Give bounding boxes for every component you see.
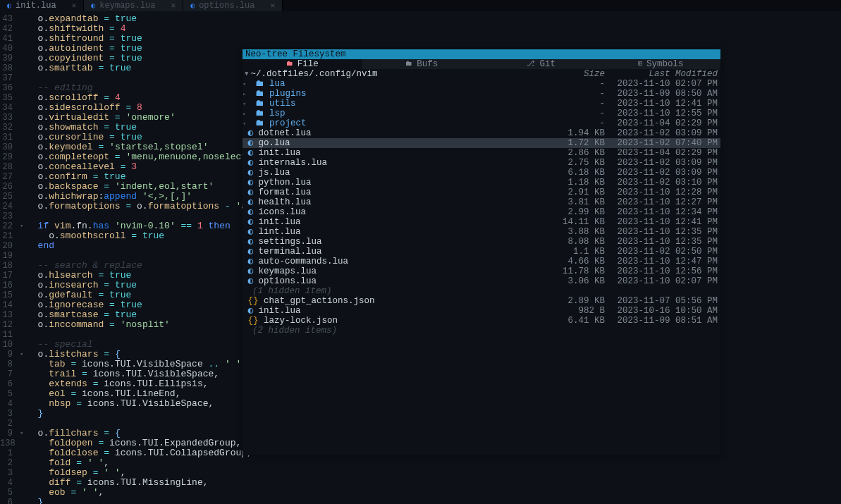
fold-marker[interactable] — [20, 399, 27, 409]
fold-marker[interactable] — [20, 73, 27, 83]
tree-item[interactable]: ◐ keymaps.lua11.78 KB2023-11-10 12:56 PM — [243, 266, 720, 276]
code-line[interactable]: 42 o.shiftwidth = 4 — [0, 24, 841, 34]
tree-item[interactable]: ▸ 🖿 plugins-2023-11-09 08:50 AM — [243, 89, 720, 99]
fold-marker[interactable] — [20, 389, 27, 399]
tree-item[interactable]: ◐ js.lua6.18 KB2023-11-02 03:09 PM — [243, 168, 720, 178]
fold-marker[interactable] — [20, 419, 27, 429]
fold-marker[interactable] — [20, 340, 27, 350]
fold-marker[interactable] — [20, 241, 27, 251]
fold-marker[interactable] — [20, 310, 27, 320]
tree-item[interactable]: ▾ 🖿 utils-2023-11-10 12:41 PM — [243, 99, 720, 109]
fold-marker[interactable] — [20, 458, 27, 468]
code-line[interactable]: 4 diff = icons.TUI.MissingLine, — [0, 478, 841, 488]
fold-marker[interactable] — [20, 142, 27, 152]
fold-marker[interactable] — [20, 300, 27, 310]
code-line[interactable]: 2 fold = ' ', — [0, 458, 841, 468]
neo-tree-body[interactable]: ▾ 🖿 lua-2023-11-10 02:07 PM ▸ 🖿 plugins-… — [243, 79, 720, 336]
tree-item[interactable]: ◐ format.lua2.91 KB2023-11-10 12:28 PM — [243, 188, 720, 197]
tree-item[interactable]: ▾ 🖿 lua-2023-11-10 02:07 PM — [243, 79, 720, 89]
tree-item[interactable]: ◐ dotnet.lua1.94 KB2023-11-02 03:09 PM — [243, 128, 720, 138]
line-number: 34 — [0, 103, 20, 113]
close-icon[interactable]: ✕ — [270, 1, 275, 11]
tab-options-lua[interactable]: ◐options.lua✕ — [183, 0, 283, 11]
code-line[interactable]: 43 o.expandtab = true — [0, 14, 841, 24]
tab-keymaps-lua[interactable]: ◐keymaps.lua✕ — [84, 0, 183, 11]
tree-item[interactable]: ◐ init.lua2.86 KB2023-11-04 02:29 PM — [243, 148, 720, 158]
tree-item[interactable]: ▾ 🖿 project-2023-11-04 02:29 PM — [243, 118, 720, 128]
tree-item[interactable]: ◐ health.lua3.81 KB2023-11-10 12:27 PM — [243, 197, 720, 207]
tree-item[interactable]: ◐ init.lua982 B2023-10-16 10:50 AM — [243, 306, 720, 316]
fold-marker[interactable]: ▾ — [20, 221, 27, 231]
fold-marker[interactable] — [20, 133, 27, 142]
code-line[interactable]: 6 } — [0, 498, 841, 504]
fold-marker[interactable] — [20, 290, 27, 300]
chevron-down-icon[interactable]: ▾ — [243, 119, 250, 128]
tree-item[interactable]: ◐ icons.lua2.99 KB2023-11-10 12:34 PM — [243, 207, 720, 217]
close-icon[interactable]: ✕ — [171, 1, 176, 11]
fold-marker[interactable] — [20, 172, 27, 182]
fold-marker[interactable] — [20, 123, 27, 133]
tree-item[interactable]: ◐ terminal.lua1.1 KB2023-11-02 02:50 PM — [243, 247, 720, 257]
fold-marker[interactable] — [20, 231, 27, 241]
fold-marker[interactable] — [20, 103, 27, 113]
fold-marker[interactable] — [20, 359, 27, 369]
chevron-down-icon[interactable]: ▾ — [243, 80, 250, 89]
fold-marker[interactable] — [20, 211, 27, 221]
fold-marker[interactable] — [20, 202, 27, 211]
fold-marker[interactable] — [20, 261, 27, 271]
fold-marker[interactable] — [20, 330, 27, 340]
code-line[interactable]: 5 eob = ' ', — [0, 488, 841, 498]
chevron-right-icon[interactable]: ▸ — [243, 109, 250, 118]
tree-item[interactable]: ◐ auto-commands.lua4.66 KB2023-11-10 12:… — [243, 257, 720, 266]
fold-marker[interactable] — [20, 162, 27, 172]
code-line[interactable]: 41 o.shiftround = true — [0, 34, 841, 44]
neo-tree-tab-symbols[interactable]: ⊞Symbols — [601, 59, 721, 69]
tree-item[interactable]: ◐ lint.lua3.88 KB2023-11-10 12:35 PM — [243, 227, 720, 237]
fold-marker[interactable] — [20, 14, 27, 24]
fold-marker[interactable] — [20, 379, 27, 389]
tab-init-lua[interactable]: ◐init.lua✕ — [0, 0, 84, 11]
fold-marker[interactable] — [20, 271, 27, 281]
neo-tree-tab-bufs[interactable]: 🖿Bufs — [362, 59, 482, 69]
code-line[interactable]: 3 foldsep = ' ', — [0, 468, 841, 478]
fold-marker[interactable] — [20, 44, 27, 54]
fold-marker[interactable] — [20, 409, 27, 419]
fold-marker[interactable] — [20, 369, 27, 379]
tree-item-name: dotnet.lua — [259, 128, 312, 138]
fold-marker[interactable] — [20, 468, 27, 478]
fold-marker[interactable]: ▾ — [20, 350, 27, 359]
neo-tree-tab-git[interactable]: ⎇Git — [481, 59, 601, 69]
tree-item[interactable]: ◐ internals.lua2.75 KB2023-11-02 03:09 P… — [243, 158, 720, 168]
neo-tree-tab-file[interactable]: 🖿File — [243, 59, 362, 69]
fold-marker[interactable] — [20, 320, 27, 330]
fold-marker[interactable] — [20, 438, 27, 448]
fold-marker[interactable] — [20, 93, 27, 103]
fold-marker[interactable] — [20, 54, 27, 63]
fold-marker[interactable] — [20, 152, 27, 162]
fold-marker[interactable] — [20, 488, 27, 498]
fold-marker[interactable] — [20, 24, 27, 34]
fold-marker[interactable] — [20, 182, 27, 192]
tree-item[interactable]: {} chat_gpt_actions.json2.89 KB2023-11-0… — [243, 296, 720, 306]
chevron-right-icon[interactable]: ▸ — [243, 90, 250, 99]
fold-marker[interactable] — [20, 498, 27, 504]
fold-marker[interactable] — [20, 63, 27, 73]
fold-marker[interactable] — [20, 448, 27, 458]
fold-marker[interactable] — [20, 83, 27, 93]
fold-marker[interactable] — [20, 478, 27, 488]
fold-marker[interactable] — [20, 34, 27, 44]
tree-item[interactable]: ◐ settings.lua8.08 KB2023-11-10 12:35 PM — [243, 237, 720, 247]
fold-marker[interactable] — [20, 281, 27, 290]
fold-marker[interactable] — [20, 113, 27, 123]
tree-item[interactable]: ◐ init.lua14.11 KB2023-11-10 12:41 PM — [243, 217, 720, 227]
tree-item[interactable]: {} lazy-lock.json6.41 KB2023-11-09 08:51… — [243, 316, 720, 326]
fold-marker[interactable] — [20, 251, 27, 261]
fold-marker[interactable]: ▾ — [20, 429, 27, 438]
fold-marker[interactable] — [20, 192, 27, 202]
tree-item[interactable]: ◐ options.lua3.06 KB2023-11-10 02:07 PM — [243, 276, 720, 286]
close-icon[interactable]: ✕ — [72, 1, 77, 11]
tree-item[interactable]: ◐ python.lua1.18 KB2023-11-02 03:10 PM — [243, 178, 720, 188]
chevron-down-icon[interactable]: ▾ — [243, 99, 250, 109]
tree-item[interactable]: ▸ 🖿 lsp-2023-11-10 12:55 PM — [243, 109, 720, 118]
tree-item[interactable]: ◐ go.lua1.72 KB2023-11-02 07:40 PM — [243, 138, 720, 148]
